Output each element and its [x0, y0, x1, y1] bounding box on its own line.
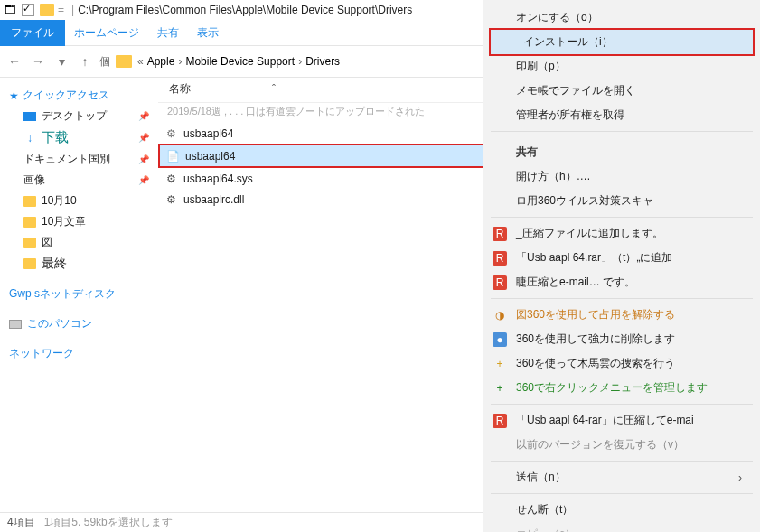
inf-file-icon — [165, 149, 180, 163]
menu-separator — [491, 217, 753, 218]
360-icon: + — [493, 357, 507, 371]
sidebar-item-folder[interactable]: 図 — [5, 232, 153, 253]
menu-separator — [491, 298, 753, 299]
download-icon: ↓ — [23, 132, 36, 145]
sidebar-item-folder[interactable]: 最終 — [5, 253, 153, 275]
ctx-copy[interactable]: コピー（c） — [483, 522, 760, 532]
sidebar-item-folder[interactable]: 10月文章 — [5, 211, 153, 232]
separator: = — [58, 4, 64, 16]
nav-dropdown-icon[interactable]: ▾ — [52, 52, 70, 70]
sidebar-item-desktop[interactable]: デスクトップ 📌 — [5, 106, 153, 126]
archive-icon: R — [493, 275, 507, 290]
ctx-cut[interactable]: せん断（t） — [483, 498, 760, 522]
sort-asc-icon: ˆ — [272, 83, 276, 96]
menu-separator — [491, 404, 753, 405]
crumb-drivers[interactable]: Drivers — [305, 55, 340, 68]
folder-icon — [23, 217, 36, 228]
ctx-prev-version[interactable]: 以前のバージョンを復元する（v） — [483, 433, 760, 457]
menu-separator — [491, 461, 753, 462]
ctx-admin[interactable]: 管理者が所有権を取得 — [483, 103, 760, 127]
ctx-openwith[interactable]: 開け方（h）…. — [483, 164, 760, 189]
context-menu: オンにする（o） インストール（i） 印刷（p） メモ帳でファイルを開く 管理者… — [483, 0, 760, 532]
menu-separator — [491, 131, 753, 132]
sidebar-item-pictures[interactable]: 画像 📌 — [5, 170, 153, 191]
ribbon-view[interactable]: 表示 — [188, 20, 228, 46]
archive-icon: R — [493, 414, 507, 428]
sidebar-item-folder[interactable]: 10月10 — [5, 191, 153, 211]
ctx-send[interactable]: 送信（n）› — [483, 465, 760, 490]
app-icon: 🗔 — [4, 4, 16, 16]
sidebar-item-netdisk[interactable]: Gwp sネットディスク — [5, 284, 153, 304]
chevron-right-icon: › — [178, 55, 182, 68]
archive-icon: R — [493, 251, 507, 266]
sys-file-icon — [164, 172, 178, 186]
ctx-print[interactable]: 印刷（p） — [483, 54, 760, 79]
ctx-360trojan[interactable]: +360を使って木馬雲の捜索を行う — [483, 351, 760, 376]
folder-icon — [23, 258, 36, 269]
crumb-apple[interactable]: Apple — [147, 55, 175, 68]
nav-up-icon[interactable]: ↑ — [76, 52, 94, 70]
chevron-right-icon: › — [298, 55, 302, 68]
360-icon: + — [493, 381, 507, 396]
pin-icon: 📌 — [138, 175, 149, 185]
pin-icon: 📌 — [138, 154, 149, 164]
separator: | — [71, 4, 74, 16]
folder-icon — [23, 196, 36, 207]
navigation-pane: ★ クイックアクセス デスクトップ 📌 ↓ 下载 📌 ドキュメント国別 📌 画像… — [0, 78, 158, 512]
ctx-share-header: 共有 — [483, 135, 760, 164]
sidebar-item-documents[interactable]: ドキュメント国別 📌 — [5, 149, 153, 170]
item-count: 4項目 — [7, 515, 35, 530]
settings-file-icon — [164, 126, 178, 141]
ctx-emailzip[interactable]: R睫圧縮とe-mail… です。 — [483, 270, 760, 294]
selection-info: 1項目5. 59kbを選択します — [44, 515, 173, 530]
submenu-arrow-icon: › — [738, 471, 742, 484]
desktop-icon — [23, 112, 36, 121]
pin-icon: 📌 — [138, 133, 149, 143]
sidebar-item-network[interactable]: ネットワーク — [5, 343, 153, 364]
star-icon: ★ — [9, 89, 19, 102]
ctx-360rclick[interactable]: +360で右クリックメニューを管理します — [483, 376, 760, 400]
ribbon-share[interactable]: 共有 — [148, 20, 188, 46]
ctx-addrar[interactable]: R「Usb aapl 64.rar」（t）„に追加 — [483, 246, 760, 270]
360-icon: ● — [493, 332, 507, 347]
folder-icon — [23, 238, 36, 248]
ctx-install[interactable]: インストール（i） — [491, 30, 753, 54]
ctx-on[interactable]: オンにする（o） — [483, 5, 760, 30]
checkbox-icon[interactable] — [22, 4, 34, 16]
nav-back-icon[interactable]: ← — [5, 52, 23, 70]
ctx-360del[interactable]: ●360を使用して強力に削除します — [483, 327, 760, 351]
folder-icon — [40, 4, 54, 16]
sidebar-item-downloads[interactable]: ↓ 下载 📌 — [5, 126, 153, 149]
folder-icon — [116, 55, 132, 68]
archive-icon: R — [493, 227, 507, 241]
window-path: C:\Program Files\Common Files\Apple\Mobi… — [78, 4, 412, 16]
dll-file-icon — [164, 192, 178, 207]
ctx-addzip[interactable]: R_圧縮ファイルに追加します。 — [483, 221, 760, 246]
crumb-mds[interactable]: Mobile Device Support — [185, 55, 295, 68]
360-icon: ◑ — [493, 308, 507, 322]
ctx-rar-email[interactable]: R「Usb aapl 64-rar」に圧縮してe-mai — [483, 408, 760, 433]
ribbon-home[interactable]: ホームページ — [65, 20, 148, 46]
menu-separator — [491, 493, 753, 494]
ctx-360scan[interactable]: ロ用360ウイルス対策スキャ — [483, 189, 760, 213]
ctx-360unlock[interactable]: ◑図360を使用して占用を解除する — [483, 303, 760, 327]
nav-fwd-icon[interactable]: → — [29, 52, 47, 70]
quick-access-header[interactable]: ★ クイックアクセス — [5, 85, 153, 106]
sidebar-item-thispc[interactable]: このパソコン — [5, 313, 153, 334]
ctx-notepad[interactable]: メモ帳でファイルを開く — [483, 79, 760, 103]
pin-icon: 📌 — [138, 111, 149, 121]
ribbon-file-tab[interactable]: ファイル — [0, 20, 65, 46]
chevron-right-icon: « — [137, 55, 144, 68]
nav-count: 個 — [99, 54, 110, 70]
pc-icon — [9, 320, 22, 329]
